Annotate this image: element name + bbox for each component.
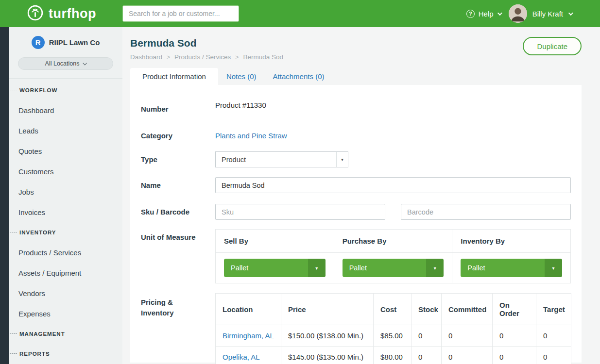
barcode-input[interactable] <box>401 204 571 220</box>
pricing-header-cost: Cost <box>374 294 411 325</box>
app-window: turfhop ? Help Billy Kraft <box>0 0 600 364</box>
type-select[interactable]: Product ▾ <box>215 151 348 167</box>
top-navbar: turfhop ? Help Billy Kraft <box>0 0 600 27</box>
sidebar-item-invoices[interactable]: Invoices <box>9 202 122 222</box>
form-row-pricing-inventory: Pricing & Inventory Location Price Cos <box>141 293 571 364</box>
sku-input[interactable] <box>215 204 385 220</box>
breadcrumb-separator: > <box>167 54 170 61</box>
inventory-by-dropdown[interactable]: Pallet ▾ <box>461 259 562 277</box>
company-name: RIIPL Lawn Co <box>49 38 100 47</box>
sidebar-item-assets-equipment[interactable]: Assets / Equipment <box>9 263 122 283</box>
on-order-cell: 0 <box>493 325 536 347</box>
sidebar-item-dashboard[interactable]: Dashboard <box>9 100 122 120</box>
section-dash-icon <box>10 353 17 354</box>
location-link-birmingham[interactable]: Birmingham, AL <box>223 331 274 340</box>
pricing-header-row: Location Price Cost Stock Committed On O… <box>216 294 571 325</box>
purchase-by-dropdown[interactable]: Pallet ▾ <box>343 259 444 277</box>
chevron-down-icon: ▾ <box>308 259 326 277</box>
sidebar-item-expenses[interactable]: Expenses <box>9 303 122 324</box>
price-cell: $150.00 ($138.00 Min.) <box>281 325 374 347</box>
target-cell: 0 <box>536 347 571 364</box>
duplicate-button[interactable]: Duplicate <box>523 37 582 55</box>
brand-name: turfhop <box>49 6 96 21</box>
pricing-inventory-label: Pricing & Inventory <box>141 293 215 364</box>
tab-notes[interactable]: Notes (0) <box>218 68 265 85</box>
pricing-header-stock: Stock <box>411 294 442 325</box>
sidebar: R RIIPL Lawn Co All Locations WORKFLOW D… <box>9 27 122 364</box>
number-label: Number <box>141 101 215 113</box>
chevron-down-icon: ▾ <box>545 259 562 277</box>
chevron-down-icon: ▾ <box>426 259 444 277</box>
breadcrumb-dashboard[interactable]: Dashboard <box>130 53 162 61</box>
sidebar-item-leads[interactable]: Leads <box>9 120 122 141</box>
name-input[interactable] <box>215 177 571 193</box>
section-dash-icon <box>10 232 17 232</box>
nav-section-workflow: WORKFLOW <box>9 80 122 100</box>
page-header: Bermuda Sod Dashboard > Products / Servi… <box>130 37 582 61</box>
pricing-header-target: Target <box>536 294 571 325</box>
sidebar-item-jobs[interactable]: Jobs <box>9 182 122 202</box>
tab-product-information[interactable]: Product Information <box>130 68 218 85</box>
chevron-down-icon <box>83 61 87 65</box>
turfhop-logo[interactable]: turfhop <box>0 4 122 24</box>
locations-label: All Locations <box>45 60 80 67</box>
stock-cell: 0 <box>411 347 442 364</box>
main-content: Bermuda Sod Dashboard > Products / Servi… <box>122 27 600 364</box>
unit-of-measure-table: Sell By Purchase By Inventory By Pallet … <box>215 229 571 283</box>
nav-section-label: REPORTS <box>19 351 50 357</box>
category-link[interactable]: Plants and Pine Straw <box>215 128 287 140</box>
uom-header-inventory-by: Inventory By <box>452 230 571 253</box>
tab-bar: Product Information Notes (0) Attachment… <box>130 68 582 85</box>
unit-of-measure-label: Unit of Measure <box>141 229 215 283</box>
product-information-panel: Number Product #11330 Category Plants an… <box>130 85 582 363</box>
help-label: Help <box>479 10 494 18</box>
sidebar-company-block: R RIIPL Lawn Co All Locations <box>9 27 122 78</box>
pricing-header-on-order: On Order <box>493 294 536 325</box>
topbar-right: ? Help Billy Kraft <box>466 4 600 23</box>
select-arrow-icon: ▾ <box>336 152 348 167</box>
left-rail <box>0 27 9 364</box>
uom-header-purchase-by: Purchase By <box>334 230 452 253</box>
section-dash-icon <box>10 333 17 334</box>
sidebar-item-vendors[interactable]: Vendors <box>9 283 122 303</box>
tab-attachments[interactable]: Attachments (0) <box>265 68 333 85</box>
locations-dropdown[interactable]: All Locations <box>18 57 113 70</box>
breadcrumb-separator: > <box>235 54 239 61</box>
form-row-sku-barcode: Sku / Barcode <box>141 204 571 220</box>
sell-by-dropdown[interactable]: Pallet ▾ <box>224 259 326 277</box>
nav-section-label: INVENTORY <box>19 230 56 235</box>
company-selector[interactable]: R RIIPL Lawn Co <box>17 36 114 49</box>
form-row-number: Number Product #11330 <box>141 101 571 113</box>
sidebar-item-customers[interactable]: Customers <box>9 161 122 182</box>
type-selected-value: Product <box>222 156 246 164</box>
form-row-category: Category Plants and Pine Straw <box>141 128 571 140</box>
help-icon: ? <box>466 10 475 18</box>
committed-cell: 0 <box>442 325 493 347</box>
cost-cell: $80.00 <box>374 347 411 364</box>
name-label: Name <box>141 177 215 193</box>
help-menu[interactable]: ? Help <box>466 10 501 18</box>
sku-barcode-label: Sku / Barcode <box>141 204 215 220</box>
nav-section-label: MANAGEMENT <box>19 331 65 337</box>
sidebar-item-quotes[interactable]: Quotes <box>9 141 122 161</box>
page-title: Bermuda Sod <box>130 37 283 49</box>
nav-section-management[interactable]: MANAGEMENT <box>9 324 122 344</box>
table-row: Opelika, AL $145.00 ($135.00 Min.) $80.0… <box>216 347 571 364</box>
sidebar-item-products-services[interactable]: Products / Services <box>9 242 122 263</box>
number-value: Product #11330 <box>215 97 266 109</box>
on-order-cell: 0 <box>493 347 536 364</box>
user-name: Billy Kraft <box>532 10 563 18</box>
breadcrumb-products-services[interactable]: Products / Services <box>174 53 231 61</box>
company-logo-badge: R <box>32 36 45 49</box>
stock-cell: 0 <box>411 325 442 347</box>
breadcrumb-current: Bermuda Sod <box>243 53 283 61</box>
pricing-inventory-table: Location Price Cost Stock Committed On O… <box>215 293 571 364</box>
user-menu[interactable]: Billy Kraft <box>509 4 572 23</box>
global-search-input[interactable] <box>122 5 239 22</box>
inventory-by-value: Pallet <box>461 264 545 272</box>
uom-header-sell-by: Sell By <box>216 230 334 253</box>
type-label: Type <box>141 151 215 167</box>
sell-by-value: Pallet <box>224 264 308 272</box>
location-link-opelika[interactable]: Opelika, AL <box>223 353 260 361</box>
nav-section-reports[interactable]: REPORTS <box>9 344 122 364</box>
